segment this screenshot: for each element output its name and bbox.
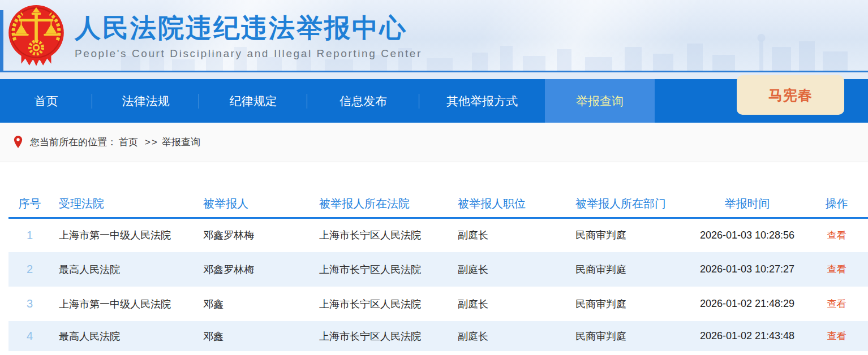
view-link[interactable]: 查看 [827, 298, 846, 309]
cell-report-time: 2026-01-03 10:27:27 [689, 252, 805, 287]
cell-reported-person: 邓鑫罗林梅 [195, 218, 311, 252]
cell-accepting-court: 最高人民法院 [51, 252, 195, 287]
table-row: 2 最高人民法院 邓鑫罗林梅 上海市长宁区人民法院 副庭长 民商审判庭 2026… [8, 252, 868, 287]
nav-item-other-methods[interactable]: 其他举报方式 [419, 79, 545, 123]
page-subtitle: People's Court Disciplinary and Illegal … [75, 47, 422, 60]
col-header-reported-person-position: 被举报人职位 [450, 191, 568, 218]
col-header-report-time: 举报时间 [689, 191, 805, 218]
site-header: 人民法院违纪违法举报中心 People's Court Disciplinary… [0, 0, 868, 71]
breadcrumb: 您当前所在的位置：首页>>举报查询 [0, 123, 868, 162]
cell-department: 民商审判庭 [568, 252, 689, 287]
table-header-row: 序号 受理法院 被举报人 被举报人所在法院 被举报人职位 被举报人所在部门 举报… [8, 191, 868, 218]
cell-position: 副庭长 [450, 287, 568, 321]
page: 人民法院违纪违法举报中心 People's Court Disciplinary… [0, 0, 868, 355]
view-link[interactable]: 查看 [827, 331, 846, 341]
cell-position: 副庭长 [450, 321, 568, 351]
nav-item-news[interactable]: 信息发布 [307, 79, 419, 123]
table-row: 4 最高人民法院 邓鑫 上海市长宁区人民法院 副庭长 民商审判庭 2026-01… [8, 321, 868, 351]
cell-department: 民商审判庭 [568, 321, 689, 351]
court-emblem-logo [7, 4, 66, 71]
cell-position: 副庭长 [450, 218, 568, 252]
cell-reported-person: 邓鑫 [195, 321, 311, 351]
breadcrumb-separator: >> [145, 137, 158, 148]
breadcrumb-current: 举报查询 [162, 137, 200, 148]
cell-accepting-court: 最高人民法院 [51, 321, 195, 351]
cell-seq: 1 [8, 218, 51, 252]
nav-item-discipline[interactable]: 纪律规定 [199, 79, 307, 123]
cell-department: 民商审判庭 [568, 218, 689, 252]
cell-reported-person-court: 上海市长宁区人民法院 [311, 218, 450, 252]
col-header-seq: 序号 [8, 191, 51, 218]
col-header-actions: 操作 [805, 191, 868, 218]
breadcrumb-prefix: 您当前所在的位置： [30, 137, 117, 148]
header-left-edge-strip [0, 10, 3, 71]
col-header-reported-person-court: 被举报人所在法院 [311, 191, 450, 218]
report-table-section: 序号 受理法院 被举报人 被举报人所在法院 被举报人职位 被举报人所在部门 举报… [0, 162, 868, 351]
cell-report-time: 2026-01-02 21:43:48 [689, 321, 805, 351]
cell-accepting-court: 上海市第一中级人民法院 [51, 218, 195, 252]
col-header-accepting-court: 受理法院 [51, 191, 195, 218]
cell-department: 民商审判庭 [568, 287, 689, 321]
cell-reported-person-court: 上海市长宁区人民法院 [311, 287, 450, 321]
cell-seq: 4 [8, 321, 51, 351]
view-link[interactable]: 查看 [827, 264, 846, 275]
nav-item-laws[interactable]: 法律法规 [92, 79, 199, 123]
cell-report-time: 2026-01-02 21:48:29 [689, 287, 805, 321]
breadcrumb-home-link[interactable]: 首页 [119, 137, 138, 148]
table-row: 3 上海市第一中级人民法院 邓鑫 上海市长宁区人民法院 副庭长 民商审判庭 20… [8, 287, 868, 321]
page-title: 人民法院违纪违法举报中心 [75, 14, 422, 42]
col-header-reported-person: 被举报人 [195, 191, 311, 218]
cell-report-time: 2026-01-03 10:28:56 [689, 218, 805, 252]
cell-accepting-court: 上海市第一中级人民法院 [51, 287, 195, 321]
col-header-reported-person-department: 被举报人所在部门 [568, 191, 689, 218]
cell-seq: 3 [8, 287, 51, 321]
cell-reported-person: 邓鑫 [195, 287, 311, 321]
table-row: 1 上海市第一中级人民法院 邓鑫罗林梅 上海市长宁区人民法院 副庭长 民商审判庭… [8, 218, 868, 252]
view-link[interactable]: 查看 [827, 230, 846, 241]
user-name-button[interactable]: 马宪春 [737, 75, 844, 115]
cell-position: 副庭长 [450, 252, 568, 287]
cell-seq: 2 [8, 252, 51, 287]
location-pin-icon [13, 135, 23, 149]
cell-reported-person-court: 上海市长宁区人民法院 [311, 321, 450, 351]
report-table: 序号 受理法院 被举报人 被举报人所在法院 被举报人职位 被举报人所在部门 举报… [8, 191, 868, 351]
cell-reported-person-court: 上海市长宁区人民法院 [311, 252, 450, 287]
cell-reported-person: 邓鑫罗林梅 [195, 252, 311, 287]
nav-item-home[interactable]: 首页 [0, 79, 92, 123]
nav-item-report-query[interactable]: 举报查询 [545, 79, 655, 123]
